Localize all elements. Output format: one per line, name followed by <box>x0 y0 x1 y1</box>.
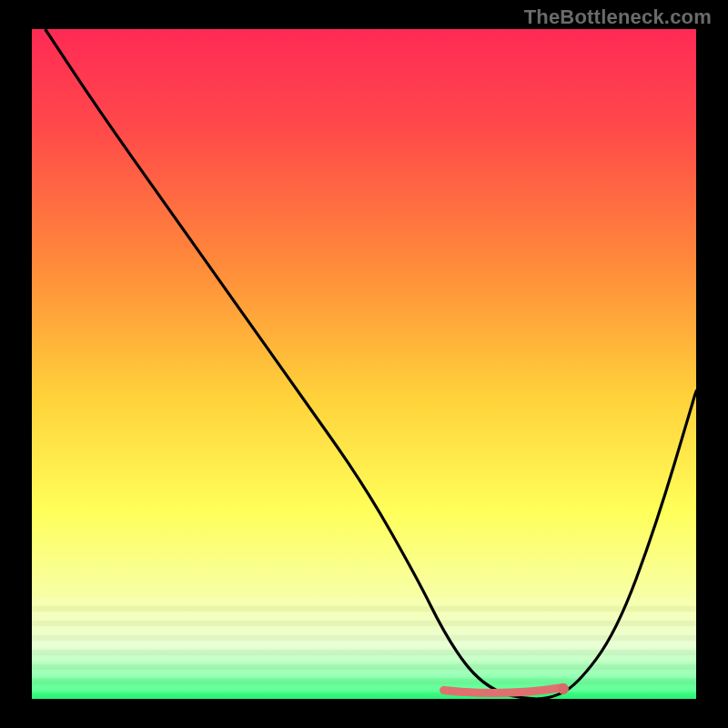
plot-area <box>32 29 696 699</box>
svg-rect-13 <box>32 693 696 699</box>
svg-rect-4 <box>32 628 696 633</box>
svg-rect-7 <box>32 650 696 655</box>
watermark-text: TheBottleneck.com <box>524 5 712 29</box>
svg-rect-12 <box>32 686 696 692</box>
svg-rect-11 <box>32 679 696 684</box>
highlight-dot <box>558 683 569 694</box>
svg-rect-10 <box>32 672 696 677</box>
svg-rect-6 <box>32 642 696 648</box>
svg-rect-3 <box>32 621 696 626</box>
svg-rect-5 <box>32 635 696 641</box>
chart-container: TheBottleneck.com <box>0 0 728 728</box>
svg-rect-2 <box>32 613 696 619</box>
svg-rect-9 <box>32 664 696 670</box>
chart-svg <box>0 0 728 728</box>
svg-rect-1 <box>32 606 696 612</box>
svg-rect-0 <box>32 599 696 604</box>
